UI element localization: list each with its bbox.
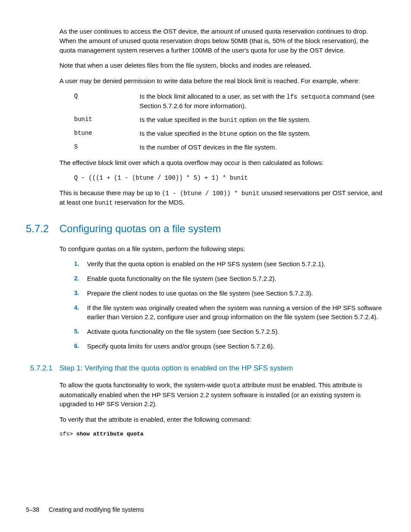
list-item: 2. Enable quota functionality on the fil… (74, 274, 385, 283)
list-text: Verify that the quota option is enabled … (87, 259, 385, 269)
list-item: 6. Specify quota limits for users and/or… (74, 342, 385, 351)
list-item: 3. Prepare the client nodes to use quota… (74, 289, 385, 298)
list-number: 2. (74, 274, 87, 283)
paragraph: To verify that the attribute is enabled,… (59, 415, 385, 424)
list-text: If the file system was originally create… (87, 303, 385, 322)
definition-row: btune Is the value specified in the btun… (74, 129, 385, 138)
list-item: 5. Activate quota functionality on the f… (74, 327, 385, 336)
paragraph: The effective block limit over which a q… (59, 158, 385, 168)
paragraph: To configure quotas on a file system, pe… (59, 244, 385, 254)
code-block: sfs> show attribute quota (59, 430, 385, 439)
list-item: 4. If the file system was originally cre… (74, 303, 385, 322)
text: To allow the quota functionality to work… (59, 381, 222, 389)
section-title: Configuring quotas on a file system (59, 221, 221, 236)
code-formula: Q - (((1 + (1 - (btune / 100)) * S) + 1)… (74, 174, 385, 182)
definition-term: S (74, 143, 140, 152)
code-inline: btune (219, 131, 237, 137)
text: Is the value specified in the (140, 130, 219, 137)
paragraph: As the user continues to access the OST … (59, 27, 385, 55)
code-inline: (1 - (btune / 100)) * bunit (162, 190, 260, 197)
code-inline: quota (222, 382, 240, 389)
list-number: 1. (74, 259, 87, 269)
definition-row: bunit Is the value specified in the buni… (74, 115, 385, 124)
list-text: Activate quota functionality on the file… (87, 327, 385, 336)
paragraph: Note that when a user deletes files from… (59, 61, 385, 70)
definition-term: bunit (74, 115, 140, 124)
list-number: 3. (74, 289, 87, 298)
definition-term: Q (74, 92, 140, 111)
definition-description: Is the value specified in the bunit opti… (140, 115, 385, 124)
list-number: 4. (74, 303, 87, 322)
code-prompt: sfs> (59, 431, 76, 437)
subsection-heading: 5.7.2.1 Step 1: Verifying that the quota… (30, 363, 385, 374)
ordered-list: 1. Verify that the quota option is enabl… (74, 259, 385, 351)
section-heading: 5.7.2 Configuring quotas on a file syste… (26, 221, 385, 236)
text: Is the number of OST devices in the file… (140, 143, 277, 151)
paragraph: This is because there may be up to (1 - … (59, 188, 385, 208)
list-item: 1. Verify that the quota option is enabl… (74, 259, 385, 269)
subsection-title: Step 1: Verifying that the quota option … (59, 363, 293, 374)
code-command: show attribute quota (76, 431, 143, 437)
text: reservation for the MDS. (113, 199, 185, 206)
definition-row: Q Is the block limit allocated to a user… (74, 92, 385, 111)
paragraph: A user may be denied permission to write… (59, 76, 385, 86)
code-inline: bunit (219, 117, 237, 124)
list-text: Enable quota functionality on the file s… (87, 274, 385, 283)
text: This is because there may be up to (59, 189, 162, 196)
definition-description: Is the number of OST devices in the file… (140, 143, 385, 152)
page-footer: 5–38 Creating and modifying file systems (26, 505, 144, 514)
definition-table: Q Is the block limit allocated to a user… (74, 92, 385, 152)
paragraph: To allow the quota functionality to work… (59, 380, 385, 409)
list-text: Specify quota limits for users and/or gr… (87, 342, 385, 351)
code-inline: lfs setquota (286, 93, 330, 100)
definition-row: S Is the number of OST devices in the fi… (74, 143, 385, 152)
code-inline: bunit (95, 199, 113, 206)
page-number: 5–38 (26, 506, 39, 513)
definition-term: btune (74, 129, 140, 138)
list-number: 5. (74, 327, 87, 336)
definition-description: Is the block limit allocated to a user, … (140, 92, 385, 111)
definition-description: Is the value specified in the btune opti… (140, 129, 385, 138)
text: option on the file system. (237, 116, 311, 123)
subsection-number: 5.7.2.1 (30, 363, 59, 374)
text: Is the value specified in the (140, 116, 219, 123)
list-number: 6. (74, 342, 87, 351)
section-number: 5.7.2 (26, 221, 59, 236)
list-text: Prepare the client nodes to use quotas o… (87, 289, 385, 298)
chapter-title: Creating and modifying file systems (49, 506, 144, 513)
text: option on the file system. (237, 130, 311, 137)
text: Is the block limit allocated to a user, … (140, 93, 286, 100)
